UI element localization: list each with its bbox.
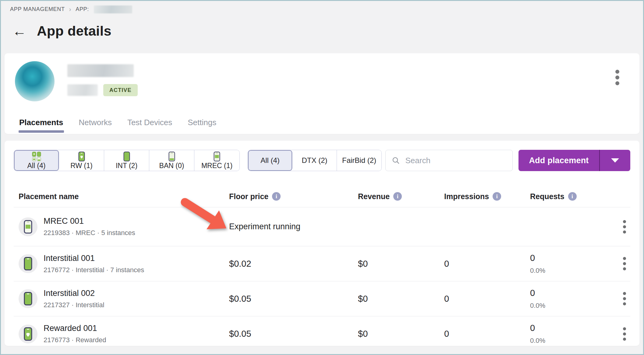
tab-settings[interactable]: Settings — [187, 118, 217, 133]
app-info: ACTIVE — [15, 61, 630, 101]
app-summary-card: ACTIVE Placements Networks Test Devices … — [5, 53, 639, 134]
impressions-value: 0 — [444, 259, 530, 269]
filter-label: All (4) — [27, 162, 45, 169]
filter-label: DTX (2) — [302, 157, 327, 164]
redacted-app-platform — [67, 84, 98, 96]
info-icon[interactable]: i — [393, 192, 402, 201]
col-placement-name: Placement name — [14, 192, 229, 201]
filter-dtx[interactable]: DTX (2) — [292, 150, 337, 171]
filter-all-types[interactable]: All (4) — [14, 150, 59, 171]
requests-value: 0 — [530, 288, 613, 298]
filter-label: INT (2) — [116, 162, 137, 169]
placement-name[interactable]: MREC 001 — [44, 216, 135, 226]
network-filter: All (4) DTX (2) FairBid (2) — [248, 150, 382, 171]
row-menu-kebab-icon[interactable] — [623, 327, 626, 341]
add-placement-dropdown[interactable] — [600, 150, 630, 171]
filter-label: FairBid (2) — [342, 157, 376, 164]
banner-phone-icon — [168, 152, 175, 161]
rewarded-phone-icon — [78, 152, 85, 161]
floor-price-value: $0.05 — [229, 294, 358, 304]
search-box — [385, 150, 513, 171]
app-menu-kebab-icon[interactable] — [615, 70, 619, 85]
redacted-app-name — [67, 64, 134, 77]
placement-details: 2219383 · MREC · 5 instances — [44, 229, 135, 237]
col-revenue: Revenue i — [358, 192, 444, 201]
filter-label: BAN (0) — [159, 162, 184, 169]
placement-details: 2176772 · Interstitial · 7 instances — [44, 266, 144, 274]
app-meta: ACTIVE — [67, 61, 138, 101]
impressions-value: 0 — [444, 294, 530, 304]
impressions-value: 0 — [444, 329, 530, 339]
fill-rate-value: 0.0% — [530, 302, 613, 310]
interstitial-phone-icon — [24, 292, 32, 305]
interstitial-phone-icon — [24, 257, 32, 270]
placement-icon-circle — [19, 289, 37, 308]
floor-price-status: Experiment running — [229, 222, 358, 231]
breadcrumb-app-label: APP: — [76, 6, 89, 12]
table-row: MREC 001 2219383 · MREC · 5 instances Ex… — [14, 207, 630, 246]
table-header: Placement name Floor price i Revenue i I… — [14, 186, 630, 207]
col-floor-price: Floor price i — [229, 192, 358, 201]
interstitial-phone-icon — [123, 152, 130, 161]
placement-icon-circle — [19, 217, 37, 236]
floor-price-value: $0.05 — [229, 329, 358, 339]
placements-card: All (4) RW (1) INT (2) — [5, 141, 639, 346]
page-title: App details — [37, 23, 111, 39]
add-placement-label: Add placement — [518, 150, 599, 171]
requests-value: 0 — [530, 253, 613, 263]
info-icon[interactable]: i — [568, 192, 577, 201]
row-menu-kebab-icon[interactable] — [623, 257, 626, 270]
search-input[interactable] — [405, 156, 509, 165]
filter-all-networks[interactable]: All (4) — [248, 150, 292, 171]
revenue-value: $0 — [358, 294, 444, 304]
filter-fairbid[interactable]: FairBid (2) — [337, 150, 381, 171]
breadcrumb: APP MANAGEMENT › APP: — [1, 1, 643, 14]
table-row: Interstitial 002 2217327 · Interstitial … — [14, 281, 630, 316]
search-icon — [392, 156, 400, 165]
all-phones-icon — [32, 152, 41, 161]
table-row: Interstitial 001 2176772 · Interstitial … — [14, 246, 630, 281]
col-impressions: Impressions i — [444, 192, 530, 201]
filter-rewarded[interactable]: RW (1) — [59, 150, 104, 171]
add-placement-button[interactable]: Add placement — [518, 150, 630, 171]
placement-icon-circle — [19, 254, 37, 273]
filter-label: All (4) — [260, 157, 280, 164]
revenue-value: $0 — [358, 259, 444, 269]
filter-interstitial[interactable]: INT (2) — [104, 150, 149, 171]
fill-rate-value: 0.0% — [530, 337, 613, 345]
col-requests: Requests i — [530, 192, 613, 201]
placement-icon-circle — [19, 325, 37, 343]
tab-bar: Placements Networks Test Devices Setting… — [19, 118, 217, 133]
info-icon[interactable]: i — [493, 192, 501, 201]
redacted-app-id — [94, 5, 132, 13]
floor-price-value: $0.02 — [229, 259, 358, 269]
row-menu-kebab-icon[interactable] — [623, 220, 626, 234]
chevron-down-icon — [611, 158, 619, 163]
rewarded-phone-icon — [24, 327, 32, 341]
placements-toolbar: All (4) RW (1) INT (2) — [14, 150, 630, 171]
placement-name[interactable]: Interstitial 001 — [44, 254, 144, 263]
placement-details: 2217327 · Interstitial — [44, 301, 104, 309]
filter-label: RW (1) — [70, 162, 92, 169]
app-avatar — [15, 61, 55, 101]
filter-label: MREC (1) — [201, 162, 232, 169]
placement-details: 2176773 · Rewarded — [44, 336, 106, 344]
placement-name[interactable]: Interstitial 002 — [44, 289, 104, 298]
tab-test-devices[interactable]: Test Devices — [127, 118, 173, 133]
tab-networks[interactable]: Networks — [78, 118, 112, 133]
back-arrow-icon[interactable]: ← — [12, 24, 27, 38]
mrec-phone-icon — [24, 220, 32, 234]
tab-placements[interactable]: Placements — [19, 118, 64, 133]
page-header: ← App details — [12, 20, 643, 42]
requests-value: 0 — [530, 323, 613, 333]
breadcrumb-section[interactable]: APP MANAGEMENT — [10, 6, 65, 12]
breadcrumb-separator-icon: › — [69, 6, 71, 13]
table-row: Rewarded 001 2176773 · Rewarded $0.05 $0… — [14, 316, 630, 346]
info-icon[interactable]: i — [272, 192, 281, 201]
filter-banner[interactable]: BAN (0) — [149, 150, 194, 171]
placement-name[interactable]: Rewarded 001 — [44, 324, 106, 333]
filter-mrec[interactable]: MREC (1) — [194, 150, 239, 171]
row-menu-kebab-icon[interactable] — [623, 292, 626, 305]
fill-rate-value: 0.0% — [530, 267, 613, 275]
revenue-value: $0 — [358, 329, 444, 339]
